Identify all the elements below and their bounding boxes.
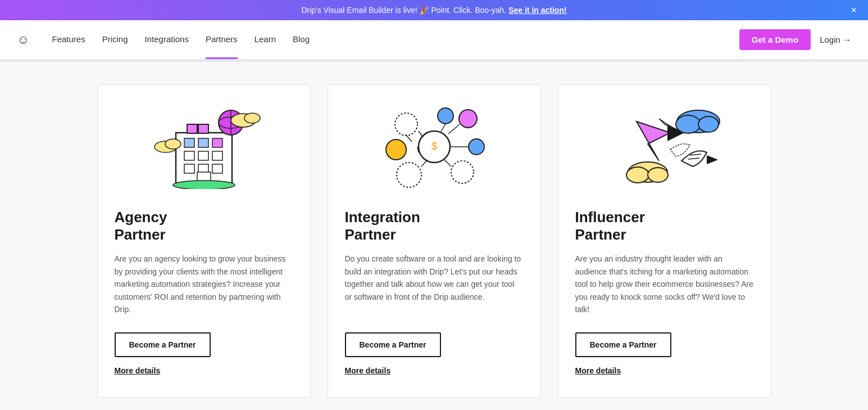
svg-point-17 [165,139,181,149]
agency-card-title: AgencyPartner [115,209,293,244]
agency-more-details-link[interactable]: More details [115,366,293,375]
nav-link-pricing[interactable]: Pricing [102,21,128,59]
svg-point-26 [397,163,421,187]
svg-point-25 [386,139,406,160]
svg-rect-6 [212,151,222,160]
svg-rect-2 [198,138,208,147]
card-influencer: InfluencerPartner Are you an industry th… [558,84,771,398]
svg-rect-1 [184,138,194,147]
svg-rect-12 [198,124,208,133]
svg-rect-5 [198,151,208,160]
svg-point-29 [469,139,484,155]
integration-illustration: $ [328,85,540,197]
card-integration: $ [328,84,541,398]
get-demo-button[interactable]: Get a Demo [739,29,811,50]
nav-link-features[interactable]: Features [52,21,85,59]
nav-links: Features Pricing Integrations Partners L… [52,21,739,59]
nav-right: Get a Demo Login [739,29,851,50]
integration-card-desc: Do you create software or a tool and are… [345,253,524,316]
svg-point-27 [451,161,474,183]
integration-become-partner-button[interactable]: Become a Partner [345,332,441,357]
svg-point-23 [395,113,417,136]
svg-text:$: $ [431,141,437,152]
svg-point-19 [244,113,260,123]
agency-illustration [98,85,310,197]
agency-card-content: AgencyPartner Are you an agency looking … [98,197,310,375]
svg-point-42 [676,115,701,133]
banner-text: Drip's Visual Email Builder is live! 🎉 P… [301,6,506,15]
svg-rect-7 [184,164,194,173]
svg-point-43 [698,116,719,132]
nav-link-learn[interactable]: Learn [255,21,276,59]
svg-line-37 [444,160,451,166]
svg-point-20 [173,181,235,189]
main-content: AgencyPartner Are you an agency looking … [0,62,868,410]
svg-line-36 [421,160,428,166]
banner-close-button[interactable]: × [851,4,857,16]
nav-link-blog[interactable]: Blog [293,21,310,59]
svg-marker-38 [637,121,670,161]
svg-rect-11 [187,124,197,133]
nav-link-partners[interactable]: Partners [206,21,238,59]
main-nav: ☺ Features Pricing Integrations Partners… [0,20,868,60]
influencer-card-desc: Are you an industry thought leader with … [575,253,754,316]
svg-point-28 [438,108,453,124]
svg-point-24 [459,110,477,128]
cards-container: AgencyPartner Are you an agency looking … [97,84,771,398]
svg-line-32 [448,124,460,134]
login-button[interactable]: Login [820,35,851,44]
svg-line-30 [419,131,423,137]
svg-line-33 [441,124,446,132]
influencer-card-title: InfluencerPartner [575,209,754,244]
svg-marker-46 [707,155,718,164]
svg-rect-3 [212,138,222,147]
integration-more-details-link[interactable]: More details [345,366,524,375]
nav-link-integrations[interactable]: Integrations [145,21,189,59]
agency-card-desc: Are you an agency looking to grow your b… [115,253,293,316]
svg-rect-4 [184,151,194,160]
top-banner: Drip's Visual Email Builder is live! 🎉 P… [0,0,868,20]
logo[interactable]: ☺ [17,33,29,47]
integration-card-title: IntegrationPartner [345,209,524,244]
agency-become-partner-button[interactable]: Become a Partner [115,332,211,357]
card-agency: AgencyPartner Are you an agency looking … [97,84,311,398]
influencer-illustration [558,85,771,197]
banner-link[interactable]: See it in action! [508,6,566,15]
svg-point-48 [626,167,649,183]
influencer-more-details-link[interactable]: More details [575,366,754,375]
influencer-become-partner-button[interactable]: Become a Partner [575,332,671,357]
integration-card-content: IntegrationPartner Do you create softwar… [328,197,540,375]
influencer-card-content: InfluencerPartner Are you an industry th… [558,197,771,375]
svg-point-49 [648,168,668,182]
svg-rect-9 [212,164,222,173]
